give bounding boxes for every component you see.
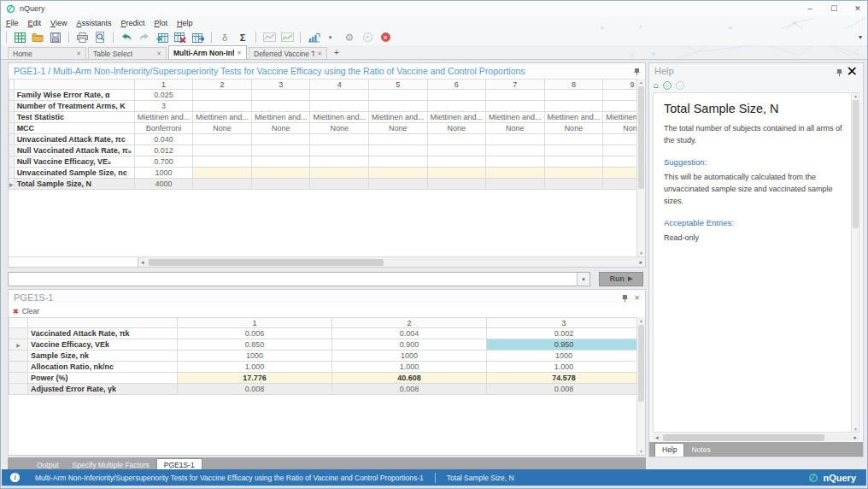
table-cell[interactable]: 1000 [487, 351, 642, 362]
table-cell[interactable]: 0.002 [487, 328, 642, 339]
clear-button[interactable]: ✖ Clear [9, 305, 645, 317]
table-cell[interactable] [544, 168, 603, 179]
toolbar-overflow-icon[interactable]: ▾ [859, 33, 862, 41]
table-cell[interactable] [251, 156, 310, 168]
table-cell[interactable] [368, 179, 427, 190]
tab-home[interactable]: Home✕ [8, 47, 86, 59]
table-cell[interactable] [368, 168, 427, 179]
tab-notes[interactable]: Notes [684, 444, 717, 457]
table-cell[interactable] [544, 179, 603, 190]
tab-table-select[interactable]: Table Select✕ [88, 47, 167, 59]
table-cell[interactable] [368, 145, 427, 156]
table-cell[interactable]: None [544, 123, 603, 134]
menu-predict[interactable]: Predict [120, 19, 144, 27]
table-cell[interactable] [310, 134, 369, 145]
scroll-left-icon[interactable]: ◂ [138, 259, 147, 266]
table-cell[interactable]: None [251, 123, 310, 134]
table-cell[interactable]: Miettinen and... [193, 112, 252, 123]
table-cell[interactable]: Miettinen and... [251, 112, 310, 123]
tab-multi-arm-non-inferio[interactable]: Multi-Arm Non-Inferio✕ [168, 45, 247, 59]
table-cell[interactable]: 0.008 [487, 384, 642, 395]
column-header[interactable]: 3 [251, 80, 310, 90]
table-cell[interactable] [544, 145, 603, 156]
table-cell[interactable]: Bonferroni [134, 123, 193, 134]
table-cell[interactable] [251, 179, 310, 190]
table-cell[interactable] [427, 179, 486, 190]
table-cell[interactable] [368, 101, 427, 112]
table-cell[interactable] [368, 134, 427, 145]
column-header[interactable]: 1 [178, 318, 332, 328]
tab-deferred-vaccine-tests[interactable]: Deferred Vaccine Tests✕ [249, 47, 327, 59]
tab-close-icon[interactable]: ✕ [156, 50, 161, 57]
run-button[interactable]: Run ▶ [599, 272, 643, 286]
table-cell[interactable] [486, 145, 545, 156]
table-cell[interactable] [310, 179, 369, 190]
table-cell[interactable]: 0.700 [134, 156, 193, 168]
tab-close-icon[interactable]: ✕ [237, 50, 242, 56]
table-cell[interactable]: None [368, 123, 427, 134]
table-cell[interactable] [486, 156, 545, 168]
undo-icon[interactable] [120, 31, 133, 44]
table-cell[interactable] [368, 156, 427, 168]
table-cell[interactable]: 0.006 [178, 328, 332, 339]
column-header[interactable]: 4 [310, 80, 369, 90]
table-cell[interactable] [310, 168, 369, 179]
line-chart-icon[interactable] [262, 31, 276, 44]
table-cell[interactable] [486, 90, 545, 101]
table-cell[interactable] [544, 156, 603, 168]
table-cell[interactable] [427, 90, 486, 101]
settings-gear-icon[interactable]: ⚙ [343, 31, 356, 44]
back-icon[interactable]: ← [663, 81, 672, 90]
table-cell[interactable] [310, 145, 369, 156]
table-cell[interactable]: Miettinen and... [368, 112, 427, 123]
new-tab-button[interactable]: + [334, 48, 339, 57]
scroll-right-icon[interactable]: ▸ [851, 434, 859, 441]
add-circle-icon[interactable]: + [361, 31, 374, 44]
column-header[interactable]: 8 [544, 80, 603, 90]
tab-close-icon[interactable]: ✕ [76, 50, 81, 57]
table-cell[interactable] [251, 168, 310, 179]
table-cell[interactable] [310, 90, 369, 101]
chart-dropdown-icon[interactable]: ▾ [325, 31, 338, 44]
panel-close-icon[interactable]: ✕ [634, 294, 640, 302]
table-cell[interactable]: 3 [134, 101, 193, 112]
column-header[interactable]: 2 [332, 318, 487, 328]
table-cell[interactable]: 17.776 [178, 373, 332, 384]
table-cell[interactable]: Miettinen and... [427, 112, 486, 123]
column-header[interactable]: 3 [487, 318, 642, 328]
table-cell[interactable]: None [193, 123, 252, 134]
table-cell[interactable]: None [427, 123, 486, 134]
table-cell[interactable]: 0.025 [134, 90, 193, 101]
table-cell[interactable] [193, 168, 252, 179]
open-folder-icon[interactable] [31, 31, 44, 44]
table-cell[interactable]: 1.000 [332, 362, 487, 373]
table-cell[interactable]: 74.578 [487, 373, 642, 384]
table-cell[interactable] [193, 156, 252, 168]
table-cell[interactable]: 40.608 [332, 373, 487, 384]
save-icon[interactable] [49, 31, 62, 44]
table-cell[interactable]: 0.008 [332, 384, 487, 395]
table-cell[interactable] [486, 168, 545, 179]
help-vertical-scrollbar[interactable]: ▲ ▼ [851, 92, 859, 433]
table-cell[interactable] [486, 179, 545, 190]
table-cell[interactable]: 1.000 [487, 362, 642, 373]
close-circle-icon[interactable]: ✕ [378, 31, 392, 44]
main-horizontal-scrollbar[interactable]: ◂ ▸ [9, 256, 645, 267]
help-horizontal-scrollbar[interactable]: ◂ ▸ [653, 433, 859, 441]
table-cell[interactable]: 0.950 [487, 339, 642, 351]
table-cell[interactable] [193, 101, 252, 112]
combobox-dropdown-icon[interactable]: ▾ [577, 273, 589, 286]
table-cell[interactable] [427, 168, 486, 179]
table-cell[interactable]: 0.008 [178, 384, 332, 395]
menu-help[interactable]: Help [177, 19, 193, 27]
table-cell[interactable]: Miettinen and... [544, 112, 603, 123]
column-header[interactable]: 7 [486, 80, 545, 90]
minimize-button[interactable]: – [804, 4, 816, 13]
sigma-icon[interactable]: Σ [236, 31, 249, 44]
menu-plot[interactable]: Plot [154, 19, 167, 27]
table-cell[interactable]: 4000 [134, 179, 193, 190]
scroll-right-icon[interactable]: ▸ [636, 259, 645, 266]
statement-combobox[interactable]: ▾ [8, 272, 590, 286]
table-cell[interactable]: 1000 [134, 168, 193, 179]
table-cell[interactable]: Miettinen and... [310, 112, 369, 123]
